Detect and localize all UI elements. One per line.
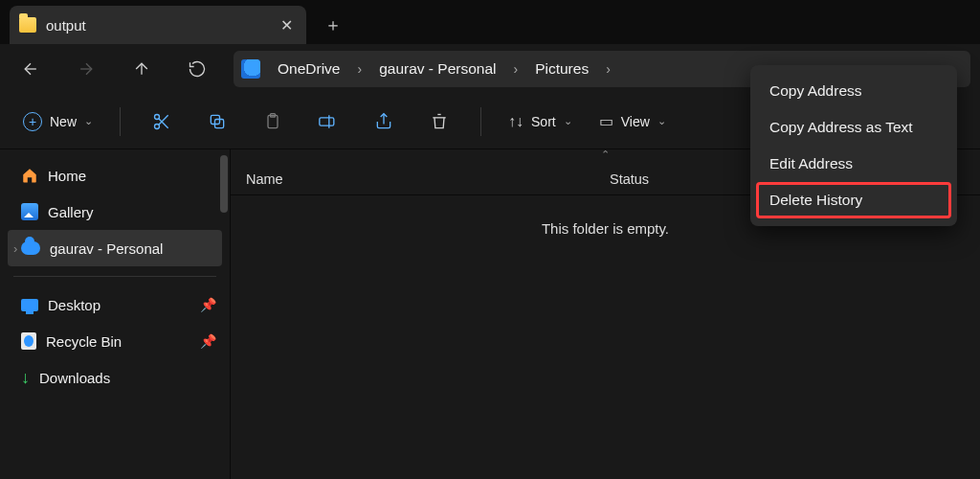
chevron-right-icon[interactable]: › [509, 61, 522, 77]
ctx-copy-address-text[interactable]: Copy Address as Text [756, 109, 951, 146]
arrow-left-icon [21, 59, 40, 79]
ctx-edit-address[interactable]: Edit Address [756, 146, 951, 182]
sidebar-item-recycle-bin[interactable]: Recycle Bin 📌 [0, 323, 230, 359]
share-button[interactable] [360, 103, 408, 140]
sort-icon: ↑↓ [508, 113, 523, 130]
onedrive-icon [21, 241, 40, 255]
breadcrumb-seg-1[interactable]: gaurav - Personal [369, 60, 505, 78]
rename-icon [318, 112, 339, 131]
sidebar-item-gallery[interactable]: Gallery [0, 194, 230, 230]
sidebar-item-desktop[interactable]: Desktop 📌 [0, 286, 230, 323]
sidebar-label: Home [48, 168, 86, 184]
chevron-down-icon: ⌄ [657, 115, 666, 127]
copy-button[interactable] [193, 103, 241, 140]
column-name[interactable]: Name [231, 171, 594, 187]
ctx-copy-address[interactable]: Copy Address [756, 73, 951, 109]
separator [120, 107, 121, 136]
sidebar-label: Desktop [48, 297, 100, 313]
up-button[interactable] [117, 50, 167, 88]
gallery-icon [21, 203, 38, 220]
breadcrumb-seg-0[interactable]: OneDrive [268, 60, 349, 78]
folder-icon [19, 17, 36, 33]
desktop-icon [21, 299, 38, 311]
onedrive-icon [241, 59, 260, 79]
paste-button[interactable] [249, 103, 297, 140]
sort-button[interactable]: ↑↓ Sort ⌄ [499, 104, 582, 139]
new-tab-button[interactable]: ＋ [314, 6, 352, 44]
share-icon [374, 112, 393, 131]
sidebar-item-home[interactable]: Home [0, 157, 230, 194]
view-button[interactable]: ▭ View ⌄ [590, 104, 676, 139]
sidebar-label: Recycle Bin [46, 333, 122, 350]
new-button[interactable]: + New ⌄ [13, 104, 102, 139]
close-tab-icon[interactable]: ✕ [280, 16, 293, 34]
view-icon: ▭ [599, 112, 613, 130]
trash-icon [430, 112, 449, 131]
separator [480, 107, 481, 136]
svg-point-1 [155, 124, 160, 128]
svg-rect-6 [320, 117, 334, 125]
sidebar-item-downloads[interactable]: ↓ Downloads [0, 359, 230, 396]
ctx-delete-history[interactable]: Delete History [756, 182, 951, 218]
forward-button[interactable] [61, 50, 111, 88]
tab-current[interactable]: output ✕ [10, 6, 306, 44]
pin-icon[interactable]: 📌 [200, 297, 216, 312]
title-bar: output ✕ ＋ [0, 0, 980, 44]
clipboard-icon [263, 112, 282, 131]
chevron-right-icon[interactable]: › [13, 241, 17, 256]
cut-button[interactable] [138, 103, 186, 140]
arrow-right-icon [77, 59, 96, 79]
download-icon: ↓ [21, 368, 30, 388]
refresh-icon [188, 59, 207, 79]
delete-button[interactable] [415, 103, 463, 140]
refresh-button[interactable] [172, 50, 222, 88]
arrow-up-icon [132, 59, 151, 79]
column-status[interactable]: Status [594, 171, 767, 187]
copy-icon [208, 112, 227, 131]
tab-title: output [46, 17, 271, 34]
home-icon [21, 167, 38, 184]
chevron-down-icon: ⌄ [564, 115, 572, 127]
new-label: New [50, 114, 77, 129]
separator [13, 276, 216, 277]
sidebar-label: Downloads [39, 370, 110, 386]
svg-point-0 [155, 114, 160, 119]
scissors-icon [152, 112, 171, 131]
rename-button[interactable] [304, 103, 352, 140]
pin-icon[interactable]: 📌 [200, 333, 216, 349]
address-bar-context-menu: Copy Address Copy Address as Text Edit A… [750, 65, 957, 226]
sidebar: Home Gallery › gaurav - Personal Desktop… [0, 149, 230, 479]
sort-label: Sort [531, 114, 556, 129]
breadcrumb-seg-2[interactable]: Pictures [525, 60, 598, 78]
view-label: View [621, 114, 650, 129]
sidebar-label: gaurav - Personal [50, 240, 163, 257]
chevron-right-icon[interactable]: › [602, 61, 614, 77]
sidebar-label: Gallery [48, 204, 94, 220]
recycle-bin-icon [21, 332, 36, 350]
chevron-right-icon[interactable]: › [353, 61, 366, 77]
plus-circle-icon: + [23, 112, 42, 131]
chevron-down-icon: ⌄ [84, 115, 93, 127]
sidebar-item-personal[interactable]: › gaurav - Personal [8, 230, 222, 266]
back-button[interactable] [6, 50, 56, 88]
